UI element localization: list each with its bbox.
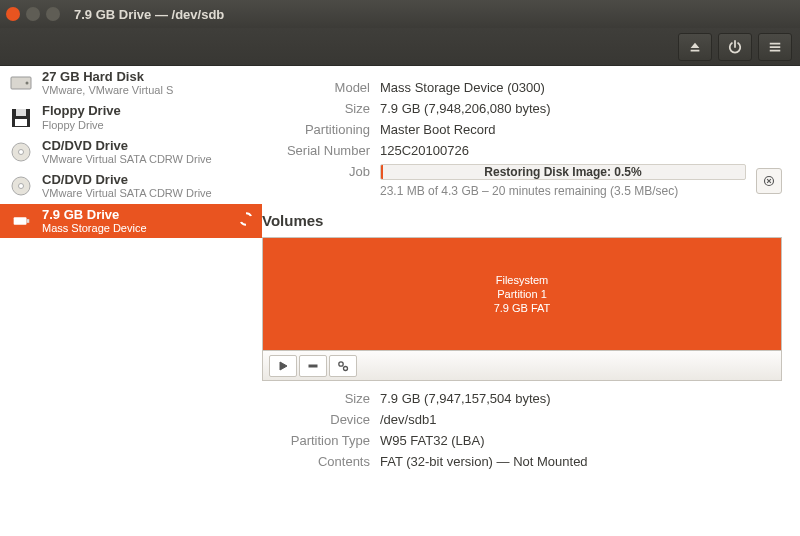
drive-title: 27 GB Hard Disk [42,70,254,84]
job-progressbar: Restoring Disk Image: 0.5% [380,164,746,180]
value-serial: 125C20100726 [380,143,782,158]
mount-button[interactable] [269,355,297,377]
label-size: Size [262,101,380,116]
sidebar-item-cd-2[interactable]: CD/DVD DriveVMware Virtual SATA CDRW Dri… [0,169,262,203]
job-progress-text: Restoring Disk Image: 0.5% [484,165,641,179]
label-model: Model [262,80,380,95]
gears-icon [337,360,349,372]
svg-rect-12 [309,365,317,367]
toolbar [0,28,800,66]
busy-icon [238,211,254,231]
value-model: Mass Storage Device (0300) [380,80,782,95]
partition-map[interactable]: Filesystem Partition 1 7.9 GB FAT [262,237,782,351]
power-button[interactable] [718,33,752,61]
hamburger-icon [768,40,782,54]
sidebar-item-cd-1[interactable]: CD/DVD DriveVMware Virtual SATA CDRW Dri… [0,135,262,169]
cancel-job-button[interactable] [756,168,782,194]
window-close-button[interactable] [6,7,20,21]
power-icon [728,40,742,54]
play-icon [277,360,289,372]
volumes-heading: Volumes [262,212,782,229]
label-serial: Serial Number [262,143,380,158]
drive-list: 27 GB Hard DiskVMware, VMware Virtual S … [0,66,262,536]
partition-name: Partition 1 [494,287,551,301]
partition-fs: Filesystem [494,273,551,287]
sidebar-item-hdd[interactable]: 27 GB Hard DiskVMware, VMware Virtual S [0,66,262,100]
value-contents: FAT (32-bit version) — Not Mounted [380,454,782,469]
window-minimize-button[interactable] [26,7,40,21]
label-contents: Contents [262,454,380,469]
label-ptype: Partition Type [262,433,380,448]
cd-icon [8,173,34,199]
drive-subtitle: Floppy Drive [42,119,254,131]
svg-point-1 [26,82,29,85]
eject-icon [688,40,702,54]
svg-rect-4 [15,119,27,126]
value-ptype: W95 FAT32 (LBA) [380,433,782,448]
label-job: Job [262,164,380,179]
drive-title: Floppy Drive [42,104,254,118]
value-vol-size: 7.9 GB (7,947,157,504 bytes) [380,391,782,406]
svg-rect-9 [14,217,27,224]
delete-partition-button[interactable] [299,355,327,377]
value-size: 7.9 GB (7,948,206,080 bytes) [380,101,782,116]
volume-toolbar [262,351,782,381]
drive-subtitle: VMware Virtual SATA CDRW Drive [42,187,254,199]
window-title: 7.9 GB Drive — /dev/sdb [74,7,224,22]
job-detail: 23.1 MB of 4.3 GB – 20 minutes remaining… [380,184,746,198]
label-device: Device [262,412,380,427]
eject-button[interactable] [678,33,712,61]
value-partitioning: Master Boot Record [380,122,782,137]
usb-icon [8,208,34,234]
titlebar: 7.9 GB Drive — /dev/sdb [0,0,800,28]
drive-title: CD/DVD Drive [42,139,254,153]
svg-rect-3 [16,109,26,116]
label-partitioning: Partitioning [262,122,380,137]
svg-point-8 [19,184,24,189]
drive-title: 7.9 GB Drive [42,208,254,222]
value-device: /dev/sdb1 [380,412,782,427]
cd-icon [8,139,34,165]
drive-subtitle: Mass Storage Device [42,222,254,234]
sidebar-item-floppy[interactable]: Floppy DriveFloppy Drive [0,100,262,134]
svg-point-6 [19,149,24,154]
svg-point-13 [339,361,343,365]
drive-subtitle: VMware Virtual SATA CDRW Drive [42,153,254,165]
label-vol-size: Size [262,391,380,406]
window-maximize-button[interactable] [46,7,60,21]
cancel-icon [763,175,775,187]
svg-point-14 [344,366,348,370]
menu-button[interactable] [758,33,792,61]
drive-title: CD/DVD Drive [42,173,254,187]
hdd-icon [8,70,34,96]
partition-size: 7.9 GB FAT [494,301,551,315]
svg-rect-10 [27,219,30,223]
sidebar-item-usb[interactable]: 7.9 GB DriveMass Storage Device [0,204,262,238]
minus-icon [307,360,319,372]
main-panel: ModelMass Storage Device (0300) Size7.9 … [262,66,800,536]
partition-options-button[interactable] [329,355,357,377]
floppy-icon [8,105,34,131]
drive-subtitle: VMware, VMware Virtual S [42,84,254,96]
